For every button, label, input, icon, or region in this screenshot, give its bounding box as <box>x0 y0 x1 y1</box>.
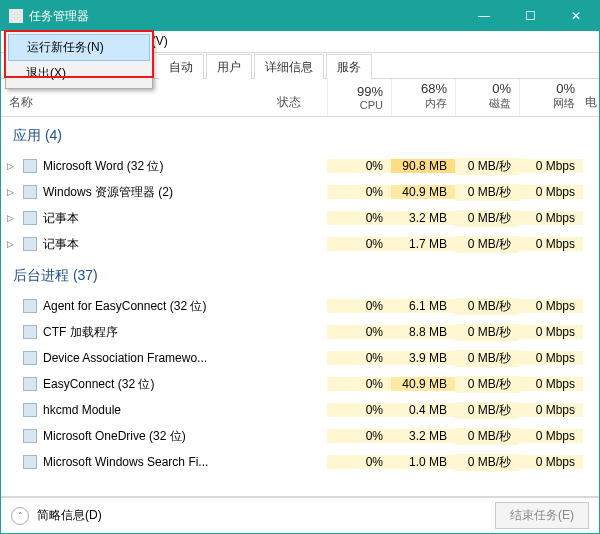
cell-disk: 0 MB/秒 <box>455 454 519 471</box>
cell-mem: 6.1 MB <box>391 299 455 313</box>
cell-cpu: 0% <box>327 185 391 199</box>
cell-net: 0 Mbps <box>519 299 583 313</box>
process-name: Microsoft Windows Search Fi... <box>19 455 277 469</box>
table-row[interactable]: Device Association Framewo...0%3.9 MB0 M… <box>1 345 599 371</box>
cell-mem: 8.8 MB <box>391 325 455 339</box>
maximize-button[interactable]: ☐ <box>507 1 553 31</box>
process-name: Windows 资源管理器 (2) <box>19 184 277 201</box>
footer: ˄ 简略信息(D) 结束任务(E) <box>1 497 599 533</box>
fewer-details-label[interactable]: 简略信息(D) <box>37 507 102 524</box>
col-net-label: 网络 <box>553 96 575 111</box>
col-cpu[interactable]: 99% CPU <box>327 79 391 116</box>
process-icon <box>23 299 37 313</box>
task-manager-window: 任务管理器 — ☐ ✕ 文件(F) 选项(O) 查看(V) 自动 用户 详细信息… <box>0 0 600 534</box>
cell-disk: 0 MB/秒 <box>455 402 519 419</box>
process-name: Microsoft OneDrive (32 位) <box>19 428 277 445</box>
cell-mem: 1.0 MB <box>391 455 455 469</box>
close-button[interactable]: ✕ <box>553 1 599 31</box>
cell-cpu: 0% <box>327 377 391 391</box>
table-row[interactable]: ▷Windows 资源管理器 (2)0%40.9 MB0 MB/秒0 Mbps <box>1 179 599 205</box>
col-net[interactable]: 0% 网络 <box>519 79 583 116</box>
cell-cpu: 0% <box>327 211 391 225</box>
process-name: CTF 加载程序 <box>19 324 277 341</box>
cell-net: 0 Mbps <box>519 351 583 365</box>
fewer-details-toggle[interactable]: ˄ <box>11 507 29 525</box>
cell-disk: 0 MB/秒 <box>455 298 519 315</box>
cell-cpu: 0% <box>327 299 391 313</box>
cell-net: 0 Mbps <box>519 429 583 443</box>
window-controls: — ☐ ✕ <box>461 1 599 31</box>
tab-users[interactable]: 用户 <box>206 54 252 79</box>
tab-startup[interactable]: 自动 <box>159 54 204 79</box>
cell-disk: 0 MB/秒 <box>455 324 519 341</box>
group-header: 应用 (4) <box>1 117 599 153</box>
process-name: Microsoft Word (32 位) <box>19 158 277 175</box>
table-row[interactable]: ▷记事本0%1.7 MB0 MB/秒0 Mbps <box>1 231 599 257</box>
table-row[interactable]: Agent for EasyConnect (32 位)0%6.1 MB0 MB… <box>1 293 599 319</box>
col-disk-pct: 0% <box>492 81 511 96</box>
table-row[interactable]: ▷记事本0%3.2 MB0 MB/秒0 Mbps <box>1 205 599 231</box>
process-icon <box>23 325 37 339</box>
app-icon <box>9 9 23 23</box>
cell-cpu: 0% <box>327 429 391 443</box>
cell-net: 0 Mbps <box>519 159 583 173</box>
process-icon <box>23 159 37 173</box>
menu-exit[interactable]: 退出(X) <box>8 61 150 86</box>
process-rows[interactable]: 应用 (4)▷Microsoft Word (32 位)0%90.8 MB0 M… <box>1 117 599 496</box>
process-table: 名称 状态 99% CPU 68% 内存 0% 磁盘 0% 网络 电 应用 (4… <box>1 79 599 496</box>
process-icon <box>23 377 37 391</box>
cell-disk: 0 MB/秒 <box>455 428 519 445</box>
cell-disk: 0 MB/秒 <box>455 184 519 201</box>
process-icon <box>23 429 37 443</box>
table-row[interactable]: CTF 加载程序0%8.8 MB0 MB/秒0 Mbps <box>1 319 599 345</box>
cell-net: 0 Mbps <box>519 185 583 199</box>
cell-cpu: 0% <box>327 351 391 365</box>
tab-details[interactable]: 详细信息 <box>254 54 324 79</box>
cell-mem: 3.2 MB <box>391 211 455 225</box>
cell-disk: 0 MB/秒 <box>455 158 519 175</box>
cell-mem: 40.9 MB <box>391 377 455 391</box>
cell-net: 0 Mbps <box>519 377 583 391</box>
col-cpu-pct: 99% <box>357 84 383 99</box>
col-status[interactable]: 状态 <box>277 79 327 116</box>
process-name: 记事本 <box>19 210 277 227</box>
col-disk[interactable]: 0% 磁盘 <box>455 79 519 116</box>
cell-cpu: 0% <box>327 237 391 251</box>
table-row[interactable]: EasyConnect (32 位)0%40.9 MB0 MB/秒0 Mbps <box>1 371 599 397</box>
group-header: 后台进程 (37) <box>1 257 599 293</box>
cell-net: 0 Mbps <box>519 403 583 417</box>
table-row[interactable]: Microsoft OneDrive (32 位)0%3.2 MB0 MB/秒0… <box>1 423 599 449</box>
cell-net: 0 Mbps <box>519 237 583 251</box>
expand-chevron-icon[interactable]: ▷ <box>1 213 19 223</box>
table-row[interactable]: ▷Microsoft Word (32 位)0%90.8 MB0 MB/秒0 M… <box>1 153 599 179</box>
cell-cpu: 0% <box>327 403 391 417</box>
minimize-button[interactable]: — <box>461 1 507 31</box>
cell-cpu: 0% <box>327 455 391 469</box>
menu-run-new-task[interactable]: 运行新任务(N) <box>8 34 150 61</box>
process-icon <box>23 185 37 199</box>
cell-mem: 90.8 MB <box>391 159 455 173</box>
process-name: 记事本 <box>19 236 277 253</box>
expand-chevron-icon[interactable]: ▷ <box>1 187 19 197</box>
window-title: 任务管理器 <box>29 8 89 25</box>
col-name-label: 名称 <box>9 94 33 111</box>
table-row[interactable]: hkcmd Module0%0.4 MB0 MB/秒0 Mbps <box>1 397 599 423</box>
expand-chevron-icon[interactable]: ▷ <box>1 161 19 171</box>
end-task-button[interactable]: 结束任务(E) <box>495 502 589 529</box>
cell-mem: 0.4 MB <box>391 403 455 417</box>
tab-services[interactable]: 服务 <box>326 54 372 79</box>
col-disk-label: 磁盘 <box>489 96 511 111</box>
col-mem-label: 内存 <box>425 96 447 111</box>
process-name: EasyConnect (32 位) <box>19 376 277 393</box>
process-icon <box>23 455 37 469</box>
col-extra[interactable]: 电 <box>583 79 599 116</box>
table-row[interactable]: Microsoft Windows Search Fi...0%1.0 MB0 … <box>1 449 599 475</box>
cell-disk: 0 MB/秒 <box>455 350 519 367</box>
cell-net: 0 Mbps <box>519 455 583 469</box>
process-icon <box>23 237 37 251</box>
file-menu-dropdown: 运行新任务(N) 退出(X) <box>5 31 153 89</box>
titlebar[interactable]: 任务管理器 — ☐ ✕ <box>1 1 599 31</box>
expand-chevron-icon[interactable]: ▷ <box>1 239 19 249</box>
col-mem[interactable]: 68% 内存 <box>391 79 455 116</box>
col-net-pct: 0% <box>556 81 575 96</box>
